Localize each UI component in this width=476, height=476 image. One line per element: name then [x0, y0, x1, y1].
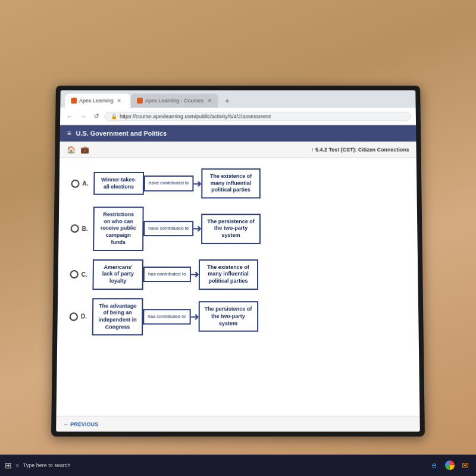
app-header: ≡ U.S. Government and Politics: [60, 125, 416, 141]
browser-tabs: Apex Learning ✕ Apex Learning - Courses …: [60, 90, 415, 108]
bottom-nav: ← PREVIOUS: [56, 416, 420, 432]
taskbar-edge-icon[interactable]: e: [428, 459, 440, 471]
main-content: A. Winner-takes-all elections have contr…: [57, 158, 420, 415]
back-button[interactable]: ←: [65, 111, 75, 121]
flow-c: Americans' lack of party loyalty has con…: [92, 259, 258, 289]
tab-apex-courses[interactable]: Apex Learning - Courses ✕: [131, 94, 218, 108]
cause-b: Restrictions on who can receive public c…: [93, 206, 143, 250]
lock-icon: 🔒: [111, 113, 117, 119]
app-title: U.S. Government and Politics: [76, 130, 167, 137]
breadcrumb-prefix: 5.4.2 Test (CST):: [315, 146, 356, 152]
option-row-d: D. The advantage of being an independent…: [69, 298, 406, 336]
taskbar-search-text[interactable]: Type here to search: [23, 462, 71, 468]
flow-b: Restrictions on who can receive public c…: [93, 206, 261, 250]
screen: Apex Learning ✕ Apex Learning - Courses …: [56, 90, 420, 432]
effect-a: The existence of many influential politi…: [201, 168, 261, 198]
radio-label-b: B.: [71, 224, 89, 233]
tab-favicon-2: [137, 98, 143, 104]
cause-a: Winner-takes-all elections: [93, 172, 144, 195]
effect-d: The persistence of the two-party system: [198, 302, 258, 332]
previous-button[interactable]: ← PREVIOUS: [63, 421, 98, 427]
hamburger-menu[interactable]: ≡: [67, 129, 71, 137]
effect-b: The persistence of the two-party system: [201, 214, 261, 244]
radio-c[interactable]: [70, 270, 79, 278]
taskbar-icons: e ✉: [428, 459, 471, 471]
radio-label-a: A.: [71, 179, 89, 187]
radio-label-d: D.: [70, 312, 87, 321]
connector-c: has contributed to: [143, 267, 191, 282]
forward-button[interactable]: →: [79, 111, 89, 121]
taskbar: ⊞ ○ Type here to search e ✉: [0, 455, 476, 476]
letter-d: D.: [81, 314, 87, 320]
option-row-b: B. Restrictions on who can receive publi…: [70, 206, 406, 250]
tab-label-2: Apex Learning - Courses: [145, 98, 203, 104]
option-row-c: C. Americans' lack of party loyalty has …: [70, 259, 406, 289]
taskbar-chrome-icon[interactable]: [445, 461, 455, 470]
options-container: A. Winner-takes-all elections have contr…: [69, 165, 406, 339]
arrow-d: ➜: [190, 310, 199, 323]
briefcase-icon[interactable]: 💼: [80, 145, 89, 154]
tab-close-2[interactable]: ✕: [207, 98, 212, 104]
cause-d: The advantage of being an independent in…: [92, 298, 143, 336]
breadcrumb: ↑ 5.4.2 Test (CST): Citizen Connections: [311, 146, 409, 152]
arrow-c: ➜: [190, 268, 199, 281]
windows-start-icon[interactable]: ⊞: [5, 461, 12, 470]
flow-d: The advantage of being an independent in…: [92, 298, 258, 336]
prev-label: ← PREVIOUS: [63, 421, 98, 427]
radio-label-c: C.: [70, 270, 88, 278]
connector-b: have contributed to: [143, 221, 193, 236]
laptop-background: Apex Learning ✕ Apex Learning - Courses …: [0, 0, 476, 476]
taskbar-search: ○ Type here to search: [15, 462, 70, 469]
letter-a: A.: [82, 180, 88, 187]
radio-d[interactable]: [70, 312, 78, 321]
tab-apex-learning[interactable]: Apex Learning ✕: [65, 94, 130, 108]
browser-address-bar: ← → ↺ 🔒 https://course.apexlearning.com/…: [60, 108, 416, 125]
radio-a[interactable]: [71, 179, 79, 187]
taskbar-mail-icon[interactable]: ✉: [459, 459, 471, 471]
arrow-a: ➜: [193, 177, 202, 190]
letter-c: C.: [82, 271, 87, 278]
new-tab-button[interactable]: +: [221, 95, 233, 107]
breadcrumb-suffix: Citizen Connections: [358, 146, 409, 152]
option-row-a: A. Winner-takes-all elections have contr…: [71, 168, 405, 198]
connector-a: have contributed to: [144, 176, 194, 191]
letter-b: B.: [82, 226, 88, 232]
tab-favicon-1: [71, 98, 77, 104]
sub-header: 🏠 💼 ↑ 5.4.2 Test (CST): Citizen Connecti…: [60, 142, 416, 158]
url-text: https://course.apexlearning.com/public/a…: [120, 113, 271, 119]
taskbar-search-icon: ○: [15, 462, 20, 469]
connector-d: has contributed to: [143, 309, 190, 325]
url-bar[interactable]: 🔒 https://course.apexlearning.com/public…: [104, 111, 411, 121]
screen-bezel: Apex Learning ✕ Apex Learning - Courses …: [51, 86, 425, 437]
effect-c: The existence of many influential politi…: [198, 259, 258, 289]
tab-label-1: Apex Learning: [79, 98, 113, 104]
radio-b[interactable]: [71, 224, 79, 233]
cause-c: Americans' lack of party loyalty: [92, 259, 143, 289]
reload-button[interactable]: ↺: [92, 111, 101, 121]
home-icon[interactable]: 🏠: [67, 145, 76, 154]
flow-a: Winner-takes-all elections have contribu…: [93, 168, 261, 198]
tab-close-1[interactable]: ✕: [117, 98, 121, 104]
arrow-b: ➜: [193, 222, 202, 235]
